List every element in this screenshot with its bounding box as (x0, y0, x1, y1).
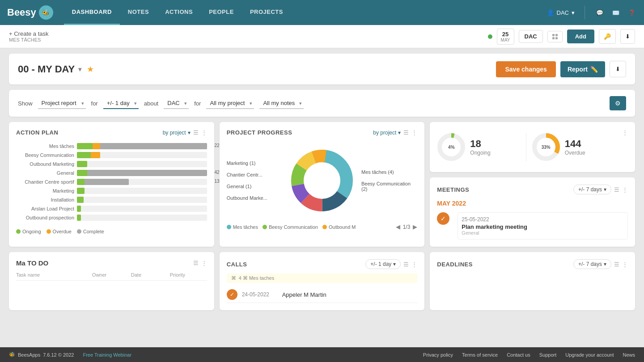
for-label-2: for (194, 100, 201, 107)
donut-label-mestaches: Mes tâches (4) (361, 169, 417, 175)
legend-mestaches: Mes tâches (227, 224, 258, 230)
action-plan-filter-button[interactable]: ☰ (193, 129, 199, 136)
stats-more-button[interactable]: ⋮ (622, 129, 628, 136)
ongoing-count: 18 (470, 138, 490, 150)
report-button[interactable]: Report ✏️ (560, 61, 605, 77)
deadlines-filter-btn[interactable]: ☰ (614, 261, 619, 268)
call-name: Appeler M Martin (282, 291, 326, 298)
grid-icon (552, 34, 558, 39)
help-icon[interactable]: ❓ (627, 8, 637, 17)
project-progress-footer: Mes tâches Beesy Communication Outbound … (227, 223, 418, 230)
filter-gear-button[interactable]: ⚙ (610, 96, 626, 110)
stats-row: 4% 18 Ongoing (437, 129, 628, 165)
by-project-dropdown[interactable]: by project ▾ (163, 130, 191, 136)
for-select-2-wrap[interactable]: All my project (206, 98, 254, 109)
donut-svg (286, 145, 358, 216)
save-changes-button[interactable]: Save changes (496, 61, 555, 77)
nav-item-projects[interactable]: PROJECTS (242, 0, 291, 25)
nav-item-dashboard[interactable]: DASHBOARD (64, 0, 120, 25)
status-dot (488, 34, 492, 39)
nav-divider (585, 6, 585, 19)
deadlines-more-btn[interactable]: ⋮ (622, 261, 628, 268)
notes-select-wrap[interactable]: All my notes (259, 98, 304, 109)
todo-more-btn[interactable]: ⋮ (201, 260, 207, 266)
meetings-more-btn[interactable]: ⋮ (622, 186, 628, 193)
ongoing-percent: 4% (448, 145, 454, 150)
page-title-dropdown[interactable]: ▾ (78, 66, 81, 73)
report-label: Report (568, 66, 588, 73)
dac-button[interactable]: DAC (519, 30, 543, 43)
for-select-1-wrap[interactable]: +/- 1 day (103, 98, 139, 109)
nav-item-notes[interactable]: NOTES (120, 0, 157, 25)
calls-filter-btn[interactable]: ☰ (403, 261, 409, 268)
project-progress-more-button[interactable]: ⋮ (411, 129, 417, 136)
download-icon: ⬇ (625, 33, 630, 40)
overdue-stat: 33% 144 Overdue (532, 129, 615, 165)
bar-row-6: Installation (16, 197, 207, 203)
legend-overdue: Overdue (47, 229, 72, 234)
by-project-dropdown-2[interactable]: by project ▾ (373, 130, 401, 136)
mail-icon[interactable]: ✉️ (611, 8, 621, 17)
meeting-content: 25-05-2022 Plan marketing meeting Genera… (454, 212, 628, 240)
user-icon: 👤 (547, 9, 554, 16)
meeting-item-0: ✓ 25-05-2022 Plan marketing meeting Gene… (437, 212, 628, 240)
chat-icon[interactable]: 💬 (595, 8, 605, 17)
about-select[interactable]: DAC (164, 98, 189, 109)
chevron-down-icon: ▾ (572, 9, 575, 16)
for-select-1[interactable]: +/- 1 day (103, 98, 139, 109)
bar-label: General (16, 170, 74, 176)
calls-controls: +/- 1 day ▾ ☰ ⋮ (365, 259, 417, 269)
nav-user[interactable]: 👤 DAC ▾ (547, 9, 575, 16)
create-task-button[interactable]: + Create a task MES TÂCHES (9, 30, 483, 42)
bar-track (77, 197, 207, 203)
ongoing-stat: 4% 18 Ongoing (437, 129, 520, 165)
for-select-2[interactable]: All my project (206, 98, 254, 109)
main-content: 00 - MY DAY ▾ ★ Save changes Report ✏️ ⬇… (0, 48, 644, 316)
calls-filter[interactable]: +/- 1 day ▾ (365, 259, 401, 269)
grid-view-button[interactable] (547, 31, 563, 42)
bar-track: 42 (77, 170, 207, 176)
notes-select[interactable]: All my notes (259, 98, 304, 109)
logo[interactable]: Beesy 🐝 (7, 5, 53, 20)
toolbar: + Create a task MES TÂCHES 25 MAY DAC Ad… (0, 25, 644, 48)
favorite-icon[interactable]: ★ (87, 64, 94, 74)
donut-label-outbound: Outbound Marke... (227, 195, 283, 201)
deadlines-filter[interactable]: +/- 7 days ▾ (573, 259, 611, 269)
todo-controls: ☰ ⋮ (193, 260, 207, 266)
meetings-card: MEETINGS +/- 7 days ▾ ☰ ⋮ MAY 2022 ✓ (430, 177, 635, 247)
show-select[interactable]: Project report (38, 98, 86, 109)
page-download-button[interactable]: ⬇ (610, 61, 626, 77)
nav-item-people[interactable]: PEOPLE (201, 0, 242, 25)
pencil-icon: ✏️ (590, 66, 598, 73)
stats-controls: ⋮ (619, 126, 631, 139)
deadlines-controls: +/- 7 days ▾ ☰ ⋮ (573, 259, 628, 269)
meetings-filter-btn[interactable]: ☰ (614, 186, 619, 193)
bar-label: Outbound prospection (16, 215, 74, 220)
about-select-wrap[interactable]: DAC (164, 98, 189, 109)
dashboard-grid: ACTION PLAN by project ▾ ☰ ⋮ Mes tâches (9, 122, 635, 247)
donut-label-chantier: Chantier Centr... (227, 172, 283, 177)
project-progress-filter-button[interactable]: ☰ (403, 129, 409, 136)
todo-filter-btn[interactable]: ☰ (193, 260, 199, 266)
date-month: MAY (501, 38, 510, 42)
legend-ongoing: Ongoing (16, 229, 41, 234)
nav-item-actions[interactable]: ACTIONS (157, 0, 201, 25)
action-plan-more-button[interactable]: ⋮ (201, 129, 207, 136)
calls-more-btn[interactable]: ⋮ (411, 261, 417, 268)
calls-note-label: 4 ⌘ Mes taches (239, 275, 274, 281)
meeting-title: Plan marketing meeting (462, 223, 624, 230)
filter-bar: Show Project report for +/- 1 day about … (9, 90, 635, 117)
key-button[interactable]: 🔑 (599, 29, 616, 44)
stat-divider (526, 133, 526, 161)
download-button[interactable]: ⬇ (620, 29, 635, 44)
overdue-count: 144 (565, 138, 585, 150)
bottom-grid: Ma TO DO ☰ ⋮ Task name Owner Date Priori… (9, 252, 635, 310)
donut-right-labels: Mes tâches (4) Beesy Communication (2) (361, 169, 417, 192)
prev-page-button[interactable]: ◀ (396, 223, 400, 230)
for-label-1: for (91, 100, 98, 107)
next-page-button[interactable]: ▶ (413, 223, 417, 230)
meetings-filter[interactable]: +/- 7 days ▾ (573, 185, 611, 194)
add-button[interactable]: Add (567, 29, 594, 43)
show-select-wrap[interactable]: Project report (38, 98, 86, 109)
nav-items: DASHBOARD NOTES ACTIONS PEOPLE PROJECTS (64, 0, 291, 25)
